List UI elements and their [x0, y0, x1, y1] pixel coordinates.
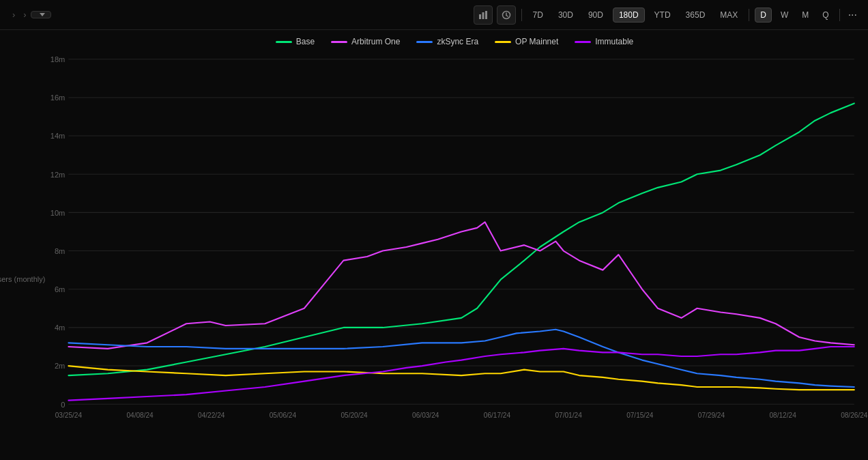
legend-item-base: Base	[276, 37, 315, 46]
gran-d[interactable]: D	[755, 8, 772, 23]
gran-q[interactable]: Q	[818, 8, 833, 22]
clock-icon-btn[interactable]	[497, 5, 516, 25]
chart-line-base	[68, 103, 854, 375]
breadcrumb-sep-1: ›	[12, 10, 15, 20]
chart-container: Base Arbitrum One zkSync Era OP Mainnet …	[0, 30, 868, 460]
gran-m[interactable]: M	[797, 8, 813, 22]
svg-text:12m: 12m	[50, 170, 66, 178]
legend-item-immutable: Immutable	[575, 37, 633, 46]
time-90d[interactable]: 90D	[583, 8, 609, 22]
svg-rect-2	[485, 11, 487, 19]
svg-text:07/01/24: 07/01/24	[555, 411, 581, 418]
svg-text:4m: 4m	[55, 324, 65, 332]
legend-item-op-mainnet: OP Mainnet	[495, 37, 558, 46]
svg-text:10m: 10m	[50, 208, 66, 216]
svg-text:16m: 16m	[50, 94, 66, 102]
svg-text:04/22/24: 04/22/24	[198, 411, 225, 418]
svg-text:06/17/24: 06/17/24	[484, 411, 510, 418]
key-metrics-dropdown[interactable]	[31, 11, 51, 18]
legend-line	[575, 41, 591, 43]
time-30d[interactable]: 30D	[553, 8, 579, 22]
more-options-btn[interactable]: ···	[845, 9, 860, 21]
svg-text:14m: 14m	[50, 132, 66, 140]
chart-svg: 02m4m6m8m10m12m14m16m18m03/25/2404/08/24…	[41, 52, 868, 441]
legend-label: Base	[296, 37, 315, 46]
chevron-down-icon	[40, 13, 45, 16]
time-365d[interactable]: 365D	[680, 8, 711, 22]
svg-line-5	[506, 15, 508, 16]
svg-text:07/15/24: 07/15/24	[626, 411, 653, 418]
toolbar-right: 7D 30D 90D 180D YTD 365D MAX D W M Q ···	[474, 5, 860, 25]
svg-text:05/06/24: 05/06/24	[270, 411, 296, 418]
legend-line	[331, 41, 347, 43]
svg-rect-1	[482, 12, 484, 19]
legend-line	[416, 41, 433, 43]
legend-label: Arbitrum One	[351, 37, 400, 46]
clock-icon	[502, 10, 511, 20]
svg-text:06/03/24: 06/03/24	[412, 411, 439, 418]
time-ytd[interactable]: YTD	[649, 8, 676, 22]
svg-text:2m: 2m	[55, 362, 65, 370]
svg-text:03/25/24: 03/25/24	[55, 411, 82, 418]
legend-label: Immutable	[595, 37, 633, 46]
time-sep-1	[521, 9, 522, 21]
svg-text:07/29/24: 07/29/24	[698, 411, 725, 418]
legend-line	[276, 41, 292, 43]
svg-text:08/26/24: 08/26/24	[841, 411, 867, 418]
legend-item-zksync-era: zkSync Era	[416, 37, 478, 46]
header: › › 7D 30D 90D 180D Y	[0, 0, 868, 30]
time-180d[interactable]: 180D	[613, 8, 645, 23]
svg-text:05/20/24: 05/20/24	[341, 411, 367, 418]
chart-area: 02m4m6m8m10m12m14m16m18m03/25/2404/08/24…	[41, 52, 868, 441]
legend-label: OP Mainnet	[515, 37, 558, 46]
svg-text:0: 0	[61, 400, 65, 408]
time-sep-3	[839, 9, 840, 21]
breadcrumb: › ›	[8, 10, 51, 20]
time-sep-2	[749, 9, 749, 21]
bar-chart-icon	[478, 10, 488, 20]
svg-text:04/08/24: 04/08/24	[126, 411, 153, 418]
bar-chart-icon-btn[interactable]	[474, 5, 493, 25]
svg-text:18m: 18m	[50, 55, 66, 63]
legend-line	[495, 41, 511, 43]
chart-line-zksync	[68, 330, 854, 387]
time-7d[interactable]: 7D	[527, 8, 549, 22]
chart-legend: Base Arbitrum One zkSync Era OP Mainnet …	[41, 37, 868, 46]
time-max[interactable]: MAX	[714, 8, 743, 22]
gran-w[interactable]: W	[776, 8, 793, 22]
svg-text:6m: 6m	[55, 285, 65, 293]
svg-text:8m: 8m	[55, 247, 65, 255]
svg-rect-0	[479, 14, 481, 19]
breadcrumb-sep-2: ›	[23, 10, 26, 20]
legend-label: zkSync Era	[437, 37, 478, 46]
chart-line-arbitrum	[68, 222, 854, 348]
y-axis-label: Active users (monthly)	[0, 275, 45, 289]
svg-text:08/12/24: 08/12/24	[769, 411, 796, 418]
legend-item-arbitrum-one: Arbitrum One	[331, 37, 400, 46]
